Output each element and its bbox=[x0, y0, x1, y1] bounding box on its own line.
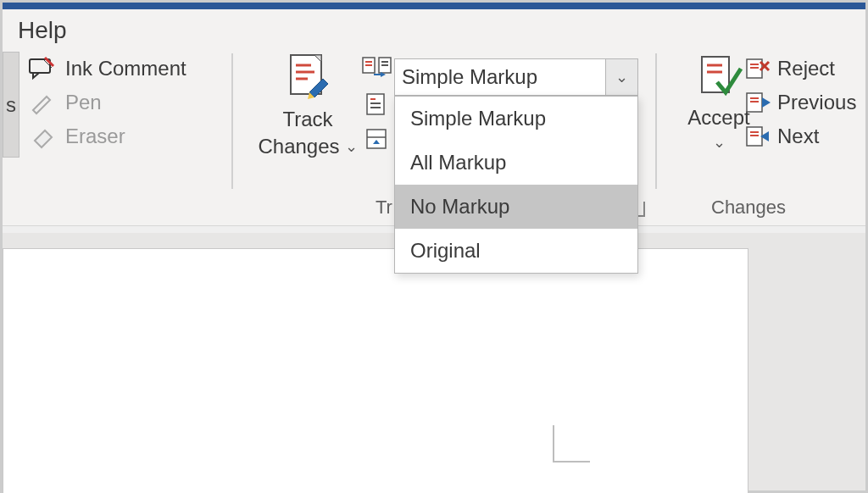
truncated-label: s bbox=[6, 93, 16, 117]
display-for-review-dropdown: Simple Markup All Markup No Markup Origi… bbox=[394, 96, 638, 274]
accept-label: Accept bbox=[687, 106, 749, 130]
group-separator bbox=[231, 53, 233, 189]
eraser-button: Eraser bbox=[26, 119, 223, 153]
pen-label: Pen bbox=[65, 91, 102, 114]
ink-comment-label: Ink Comment bbox=[65, 57, 186, 80]
reviewing-pane-button[interactable] bbox=[359, 123, 396, 157]
markup-option-simple[interactable]: Simple Markup bbox=[395, 97, 637, 141]
tab-help[interactable]: Help bbox=[9, 14, 75, 47]
chevron-down-icon[interactable]: ⌄ bbox=[605, 59, 637, 95]
group-separator-2 bbox=[655, 53, 657, 189]
truncated-button[interactable]: s bbox=[3, 52, 19, 158]
pen-icon bbox=[28, 90, 57, 115]
ink-comment-icon bbox=[28, 56, 57, 81]
previous-icon bbox=[745, 91, 771, 114]
document-page[interactable] bbox=[3, 248, 748, 493]
margin-corner-mark bbox=[553, 425, 590, 463]
svg-marker-29 bbox=[762, 97, 771, 108]
reject-label: Reject bbox=[777, 57, 835, 80]
track-changes-label-1: Track bbox=[282, 108, 332, 131]
track-changes-button[interactable]: Track Changes ⌄ bbox=[248, 52, 367, 158]
eraser-label: Eraser bbox=[65, 125, 125, 148]
next-button[interactable]: Next bbox=[745, 119, 868, 153]
tracking-group-label: Tr bbox=[376, 197, 392, 219]
accept-icon bbox=[695, 52, 743, 102]
next-label: Next bbox=[777, 125, 819, 148]
chevron-down-icon: ⌄ bbox=[345, 137, 358, 156]
markup-option-none[interactable]: No Markup bbox=[395, 185, 637, 229]
eraser-icon bbox=[28, 124, 57, 149]
display-for-review-icon-button[interactable] bbox=[359, 52, 396, 86]
reject-button[interactable]: Reject bbox=[745, 52, 868, 86]
ink-comment-button[interactable]: Ink Comment bbox=[26, 52, 223, 86]
svg-rect-20 bbox=[702, 57, 729, 92]
changes-group-label: Changes bbox=[711, 197, 786, 219]
display-for-review-value: Simple Markup bbox=[395, 65, 605, 89]
svg-rect-17 bbox=[367, 130, 386, 148]
previous-label: Previous bbox=[777, 91, 856, 114]
reject-icon bbox=[745, 57, 771, 80]
display-for-review-select[interactable]: Simple Markup ⌄ bbox=[394, 58, 638, 96]
tracking-small-buttons bbox=[359, 52, 396, 158]
show-markup-button[interactable] bbox=[359, 87, 396, 121]
previous-button[interactable]: Previous bbox=[745, 86, 868, 119]
pen-button: Pen bbox=[26, 86, 223, 119]
chevron-down-icon: ⌄ bbox=[713, 133, 726, 152]
track-changes-label-2: Changes bbox=[258, 135, 339, 158]
ribbon-tab-bar: Help bbox=[3, 9, 865, 52]
track-changes-icon bbox=[284, 52, 331, 104]
next-icon bbox=[745, 125, 771, 148]
markup-option-original[interactable]: Original bbox=[395, 229, 637, 273]
markup-option-all[interactable]: All Markup bbox=[395, 141, 637, 185]
changes-actions: Reject Previous bbox=[745, 52, 868, 153]
ink-group: Ink Comment Pen Eraser bbox=[26, 52, 223, 153]
